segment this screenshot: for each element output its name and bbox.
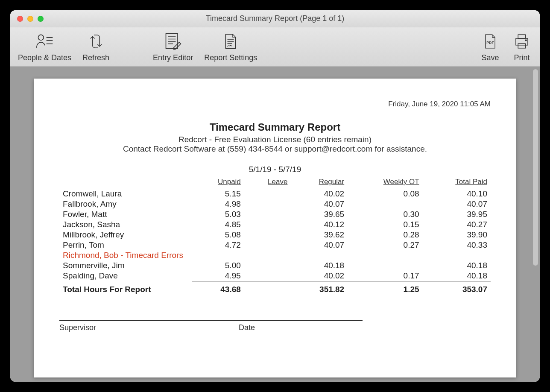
table-row: Fowler, Matt5.0339.650.3039.95 (59, 209, 491, 219)
print-button[interactable]: Print (509, 29, 535, 64)
svg-point-0 (38, 35, 44, 40)
table-row: Spalding, Dave4.9540.020.1740.18 (59, 271, 491, 281)
cell-regular: 40.18 (291, 260, 348, 271)
cell-unpaid: 5.15 (192, 189, 244, 199)
people-dates-label: People & Dates (18, 53, 71, 62)
report-settings-button[interactable]: Report Settings (202, 29, 260, 64)
cell-name: Sommerville, Jim (59, 260, 192, 271)
report-timestamp: Friday, June 19, 2020 11:05 AM (59, 100, 491, 108)
cell-total-paid: 39.95 (423, 209, 491, 219)
cell-total-paid: 40.07 (423, 199, 491, 209)
refresh-button[interactable]: Refresh (80, 29, 112, 64)
cell-name: Spalding, Dave (59, 271, 192, 281)
cell-leave (244, 240, 291, 250)
minimize-button[interactable] (27, 16, 33, 22)
cell-name: Millbrook, Jeffrey (59, 230, 192, 240)
svg-rect-12 (518, 35, 526, 38)
signature-supervisor-label: Supervisor (59, 323, 239, 332)
close-button[interactable] (17, 16, 23, 22)
cell-weekly-ot: 0.15 (348, 219, 422, 230)
col-name (59, 177, 192, 189)
signature-date-label: Date (239, 323, 255, 332)
cell-regular: 39.62 (291, 230, 348, 240)
table-row: Fallbrook, Amy4.9840.0740.07 (59, 199, 491, 209)
cell-unpaid: 5.03 (192, 209, 244, 219)
cell-regular: 39.65 (291, 209, 348, 219)
entry-editor-button[interactable]: Entry Editor (150, 29, 196, 64)
entry-editor-icon (163, 31, 183, 52)
col-weekly-ot: Weekly OT (348, 177, 422, 189)
report-settings-icon (220, 31, 241, 52)
toolbar: People & Dates Refresh (10, 27, 540, 67)
cell-weekly-ot: 0.28 (348, 230, 422, 240)
cell-unpaid: 4.85 (192, 219, 244, 230)
pdf-badge-text: PDF (486, 41, 494, 45)
cell-total-paid: 40.33 (423, 240, 491, 250)
totals-row: Total Hours For Report43.68351.821.25353… (59, 281, 491, 295)
col-regular: Regular (291, 177, 348, 189)
totals-total-paid: 353.07 (423, 281, 491, 295)
cell-unpaid: 5.08 (192, 230, 244, 240)
cell-leave (244, 199, 291, 209)
cell-unpaid: 5.00 (192, 260, 244, 271)
cell-regular: 40.02 (291, 189, 348, 199)
cell-unpaid: 4.72 (192, 240, 244, 250)
print-label: Print (514, 53, 530, 62)
col-leave: Leave (244, 177, 291, 189)
traffic-lights (10, 16, 44, 22)
scrollbar-thumb[interactable] (533, 69, 538, 266)
svg-rect-4 (166, 34, 178, 49)
signature-area: Supervisor Date (59, 320, 363, 332)
svg-point-14 (525, 40, 527, 41)
cell-weekly-ot: 0.27 (348, 240, 422, 250)
people-icon (35, 31, 55, 52)
zoom-button[interactable] (38, 16, 44, 22)
save-label: Save (481, 53, 499, 62)
report-date-range: 5/1/19 - 5/7/19 (59, 165, 491, 174)
totals-regular: 351.82 (291, 281, 348, 295)
table-row: Jackson, Sasha4.8540.120.1540.27 (59, 219, 491, 230)
cell-leave (244, 219, 291, 230)
report-subtitle-1: Redcort - Free Evaluation License (60 en… (59, 135, 491, 144)
cell-regular: 40.12 (291, 219, 348, 230)
table-row: Cromwell, Laura5.1540.020.0840.10 (59, 189, 491, 199)
window: Timecard Summary Report (Page 1 of 1) Pe… (10, 10, 540, 382)
cell-name: Fallbrook, Amy (59, 199, 192, 209)
cell-weekly-ot (348, 250, 422, 260)
people-dates-button[interactable]: People & Dates (15, 29, 74, 64)
cell-unpaid: 4.95 (192, 271, 244, 281)
cell-total-paid (423, 250, 491, 260)
cell-weekly-ot (348, 260, 422, 271)
col-total-paid: Total Paid (423, 177, 491, 189)
cell-weekly-ot: 0.08 (348, 189, 422, 199)
cell-total-paid: 40.18 (423, 271, 491, 281)
totals-label: Total Hours For Report (59, 281, 192, 295)
cell-name: Richmond, Bob - Timecard Errors (59, 250, 192, 260)
pdf-icon: PDF (480, 31, 500, 52)
totals-leave (244, 281, 291, 295)
refresh-label: Refresh (82, 53, 109, 62)
cell-leave (244, 209, 291, 219)
content-area: Friday, June 19, 2020 11:05 AM Timecard … (10, 67, 540, 382)
cell-weekly-ot: 0.30 (348, 209, 422, 219)
print-icon (512, 31, 532, 52)
col-unpaid: Unpaid (192, 177, 244, 189)
cell-weekly-ot (348, 199, 422, 209)
table-row: Sommerville, Jim5.0040.1840.18 (59, 260, 491, 271)
report-title: Timecard Summary Report (59, 121, 491, 133)
cell-leave (244, 250, 291, 260)
cell-name: Perrin, Tom (59, 240, 192, 250)
cell-total-paid: 40.10 (423, 189, 491, 199)
cell-unpaid (192, 250, 244, 260)
entry-editor-label: Entry Editor (153, 53, 193, 62)
cell-leave (244, 271, 291, 281)
report-table: Unpaid Leave Regular Weekly OT Total Pai… (59, 177, 491, 295)
save-button[interactable]: PDF Save (477, 29, 503, 64)
report-settings-label: Report Settings (204, 53, 257, 62)
report-page: Friday, June 19, 2020 11:05 AM Timecard … (34, 79, 516, 377)
window-title: Timecard Summary Report (Page 1 of 1) (10, 14, 540, 23)
cell-leave (244, 260, 291, 271)
cell-regular: 40.07 (291, 240, 348, 250)
cell-total-paid: 40.27 (423, 219, 491, 230)
cell-leave (244, 230, 291, 240)
